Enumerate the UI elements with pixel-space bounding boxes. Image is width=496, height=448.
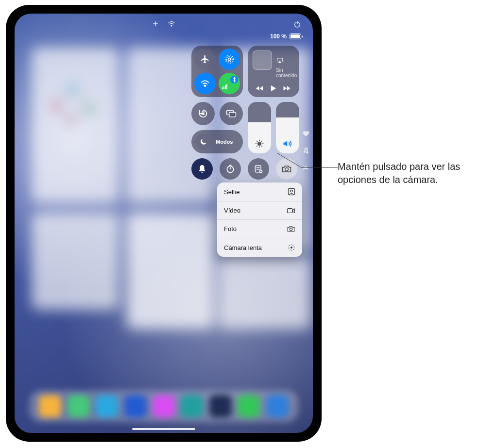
airdrop-toggle[interactable] [219, 49, 240, 70]
svg-point-47 [290, 228, 292, 231]
battery-percent: 100 % [270, 33, 287, 40]
media-rewind-icon[interactable] [256, 85, 264, 92]
focus-label: Modos [216, 139, 233, 145]
svg-point-24 [258, 142, 261, 146]
svg-rect-44 [288, 188, 294, 195]
focus-mode-button[interactable]: Modos [191, 130, 243, 153]
wifi-status-icon [168, 20, 175, 27]
home-indicator[interactable] [132, 428, 195, 430]
menu-label: Vídeo [224, 207, 240, 214]
camera-icon [287, 225, 295, 232]
menu-label: Cámara lenta [224, 244, 262, 251]
media-controls-tile[interactable]: Sin contenido [248, 46, 299, 97]
svg-line-7 [70, 109, 90, 120]
battery-icon [290, 33, 301, 39]
svg-line-29 [257, 141, 257, 142]
svg-rect-19 [225, 85, 226, 89]
heart-icon[interactable] [302, 130, 310, 137]
cellular-bluetooth-toggle[interactable] [219, 73, 240, 94]
svg-rect-46 [288, 208, 293, 213]
menu-item-selfie[interactable]: Selfie [217, 183, 302, 201]
menu-item-video[interactable]: Vídeo [217, 201, 302, 220]
menu-label: Selfie [224, 188, 240, 196]
menu-label: Foto [224, 225, 237, 232]
callout-text: Mantén pulsado para ver las opciones de … [338, 160, 483, 186]
svg-line-6 [55, 106, 70, 120]
moon-icon [195, 133, 212, 150]
svg-line-31 [257, 146, 257, 147]
svg-point-49 [291, 247, 292, 249]
menu-item-slowmo[interactable]: Cámara lenta [217, 238, 302, 257]
brightness-icon [255, 139, 264, 149]
camera-options-menu: Selfie Vídeo Foto Cámara lenta [217, 183, 302, 257]
connectivity-group[interactable] [191, 46, 243, 97]
airplay-icon[interactable] [276, 57, 284, 64]
screen-mirroring-button[interactable] [220, 102, 243, 125]
battery-status: 100 % [270, 33, 301, 40]
svg-rect-21 [202, 113, 205, 115]
svg-rect-20 [226, 84, 227, 89]
svg-point-10 [171, 25, 172, 26]
svg-point-14 [226, 56, 232, 62]
slowmo-icon [288, 244, 295, 251]
media-artwork-placeholder [253, 50, 272, 70]
svg-line-50 [277, 153, 301, 167]
svg-point-13 [228, 58, 231, 61]
add-widget-icon[interactable] [152, 20, 159, 27]
quick-note-button[interactable] [248, 158, 269, 180]
video-icon [287, 207, 295, 214]
svg-line-5 [73, 88, 90, 109]
svg-rect-18 [223, 86, 224, 89]
media-play-icon[interactable] [270, 84, 277, 92]
person-square-icon [288, 188, 295, 196]
ipad-screen: 100 % [15, 14, 313, 433]
svg-point-16 [205, 85, 206, 86]
airplane-mode-toggle[interactable] [194, 49, 216, 70]
power-icon[interactable] [293, 20, 301, 28]
svg-point-45 [291, 190, 292, 192]
orientation-lock-toggle[interactable] [191, 102, 215, 125]
dock[interactable] [29, 390, 298, 422]
media-forward-icon[interactable] [283, 85, 291, 92]
menu-item-photo[interactable]: Foto [217, 220, 302, 238]
ipad-frame: 100 % [6, 5, 322, 442]
silent-mode-toggle[interactable] [191, 158, 213, 180]
svg-rect-17 [222, 87, 223, 89]
svg-line-4 [55, 88, 73, 106]
media-no-content-label: Sin contenido [276, 67, 294, 78]
status-center [152, 20, 175, 27]
volume-icon [282, 139, 293, 149]
timer-button[interactable] [220, 158, 241, 180]
brightness-slider[interactable] [248, 102, 271, 153]
volume-slider[interactable] [276, 102, 299, 153]
svg-rect-23 [229, 112, 236, 116]
svg-line-32 [261, 141, 262, 142]
wifi-toggle[interactable] [194, 73, 216, 94]
svg-line-30 [261, 146, 262, 147]
callout-leader-line [272, 148, 340, 172]
